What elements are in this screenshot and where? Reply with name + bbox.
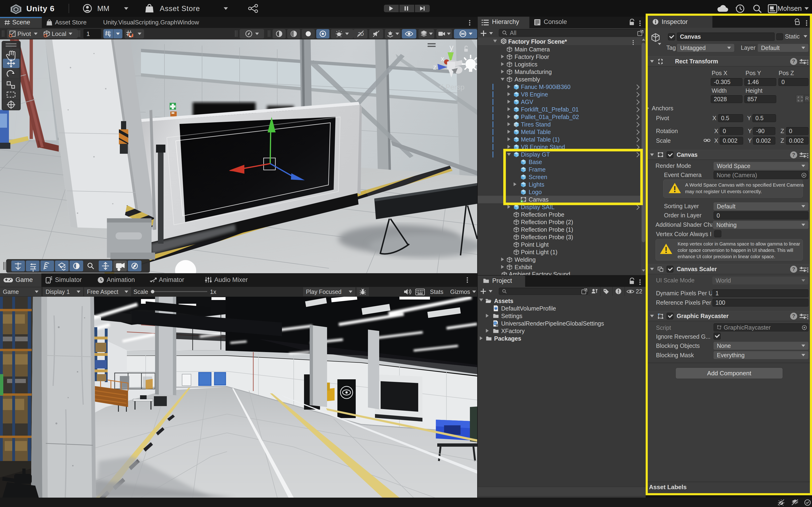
svg-text:z: z [433, 63, 437, 71]
svg-text:x: x [441, 55, 444, 62]
svg-text:Persp: Persp [446, 83, 464, 91]
svg-text:Y: Y [109, 34, 111, 37]
svg-text:y: y [450, 43, 453, 52]
